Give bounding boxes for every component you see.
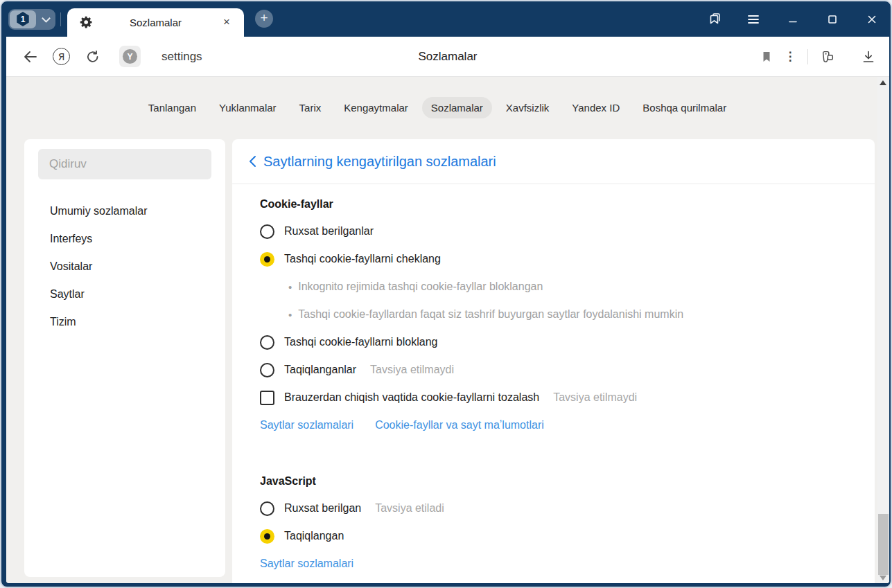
maximize-icon[interactable] <box>825 12 840 27</box>
option-label: Taqiqlanganlar <box>284 364 356 376</box>
option-label: Tashqi cookie-fayllarni bloklang <box>284 336 437 348</box>
scroll-up-icon[interactable] <box>880 80 886 85</box>
radio-icon[interactable] <box>260 501 274 516</box>
scroll-down-icon[interactable] <box>880 576 886 580</box>
radio-icon[interactable] <box>260 224 274 239</box>
link-cookie-fayllar-va-sayt-ma-lumotlari[interactable]: Cookie-fayllar va sayt maʼlumotlari <box>375 419 544 431</box>
checkbox-icon[interactable] <box>260 391 274 405</box>
sidebar-list: Umumiy sozlamalarInterfeysVositalarSaytl… <box>38 197 211 336</box>
radio-tashqi-cookie-fayllarni-cheklang[interactable]: Tashqi cookie-fayllarni cheklang <box>260 245 847 273</box>
main-header[interactable]: Saytlarning kengaytirilgan sozlamalari <box>232 139 875 184</box>
section-title-cookie-fayllar: Cookie-fayllar <box>260 191 847 217</box>
sidebar-item-tizim[interactable]: Tizim <box>38 308 211 336</box>
settings-page: TanlanganYuklanmalarTarixKengaytmalarSoz… <box>6 77 889 583</box>
main-content: Cookie-fayllarRuxsat berilganlarTashqi c… <box>232 184 875 578</box>
bullet-text: Tashqi cookie-fayllardan faqat siz tashr… <box>298 308 683 321</box>
checkbox-brauzerdan-chiqish-vaqtida-cookie-fayllarni-tozalash[interactable]: Brauzerdan chiqish vaqtida cookie-faylla… <box>260 384 847 411</box>
nav-tab-kengaytmalar[interactable]: Kengaytmalar <box>335 97 417 118</box>
radio-selected-icon[interactable] <box>260 252 274 267</box>
sidebar-item-vositalar[interactable]: Vositalar <box>38 253 211 280</box>
nav-tab-xavfsizlik[interactable]: Xavfsizlik <box>497 97 559 118</box>
tab-title: Sozlamalar <box>67 17 244 28</box>
settings-main-panel: Saytlarning kengaytirilgan sozlamalari C… <box>232 139 875 583</box>
tab-sozlamalar[interactable]: Sozlamalar × <box>67 8 244 37</box>
bullet-icon: • <box>288 309 292 321</box>
nav-tab-tarix[interactable]: Tarix <box>290 97 331 118</box>
bullet-note: •Inkognito rejimida tashqi cookie-faylla… <box>260 273 847 301</box>
nav-tab-sozlamalar[interactable]: Sozlamalar <box>422 97 492 118</box>
link-saytlar-sozlamalari[interactable]: Saytlar sozlamalari <box>260 558 353 570</box>
radio-ruxsat-berilgan[interactable]: Ruxsat berilganTavsiya etiladi <box>260 495 847 522</box>
panels-icon[interactable] <box>706 12 722 27</box>
radio-icon[interactable] <box>260 335 274 350</box>
bullet-text: Inkognito rejimida tashqi cookie-fayllar… <box>298 280 543 293</box>
window-frame: 1 Sozlamalar × + <box>0 0 892 588</box>
option-hint: Tavsiya etilmaydi <box>370 364 454 376</box>
toolbar: Я Y settings Sozlamalar <box>6 37 889 77</box>
sidebar-item-saytlar[interactable]: Saytlar <box>38 280 211 308</box>
scrollbar-thumb[interactable] <box>878 514 889 575</box>
titlebar: 1 Sozlamalar × + <box>1 1 891 37</box>
chrome-body: Я Y settings Sozlamalar <box>6 37 889 583</box>
nav-tab-tanlangan[interactable]: Tanlangan <box>139 97 205 118</box>
radio-tashqi-cookie-fayllarni-bloklang[interactable]: Tashqi cookie-fayllarni bloklang <box>260 328 847 356</box>
yandex-logo-icon[interactable]: Я <box>53 48 70 65</box>
nav-tab-yandex-id[interactable]: Yandex ID <box>563 97 629 118</box>
link-saytlar-sozlamalari[interactable]: Saytlar sozlamalari <box>260 419 353 431</box>
refresh-icon[interactable] <box>85 48 101 65</box>
nav-tab-boshqa-qurilmalar[interactable]: Boshqa qurilmalar <box>633 97 735 118</box>
address-url[interactable]: settings <box>161 50 202 64</box>
section-title-javascript: JavaScript <box>260 468 847 495</box>
new-tab-button[interactable]: + <box>255 10 273 28</box>
kebab-menu-icon[interactable]: ⋮ <box>782 48 798 65</box>
browser-window: 1 Sozlamalar × + <box>0 0 892 588</box>
section-links: Saytlar sozlamalari <box>260 550 847 578</box>
settings-nav-tabs: TanlanganYuklanmalarTarixKengaytmalarSoz… <box>6 77 889 138</box>
download-icon[interactable] <box>860 48 877 65</box>
sidebar-item-umumiy-sozlamalar[interactable]: Umumiy sozlamalar <box>38 197 211 225</box>
option-label: Ruxsat berilganlar <box>284 225 374 238</box>
option-label: Brauzerdan chiqish vaqtida cookie-faylla… <box>284 391 539 404</box>
scrollbar[interactable] <box>877 77 889 583</box>
option-hint: Tavsiya etilmaydi <box>553 391 637 404</box>
search-input[interactable] <box>38 149 211 179</box>
toolbar-separator <box>807 49 808 64</box>
tab-close-icon[interactable]: × <box>219 15 234 30</box>
settings-sidebar: Umumiy sozlamalarInterfeysVositalarSaytl… <box>24 139 225 577</box>
nav-tab-yuklanmalar[interactable]: Yuklanmalar <box>210 97 286 118</box>
close-icon[interactable] <box>864 12 880 27</box>
option-hint: Tavsiya etiladi <box>375 502 444 515</box>
back-chevron-icon <box>249 155 256 168</box>
section-links: Saytlar sozlamalariCookie-fayllar va say… <box>260 411 847 439</box>
radio-taqiqlangan[interactable]: Taqiqlangan <box>260 522 847 550</box>
collections-icon[interactable] <box>819 48 835 65</box>
option-label: Taqiqlangan <box>284 530 344 542</box>
radio-taqiqlanganlar[interactable]: TaqiqlanganlarTavsiya etilmaydi <box>260 356 847 384</box>
tab-counter-button[interactable]: 1 <box>8 9 55 30</box>
radio-icon[interactable] <box>260 363 274 377</box>
back-icon[interactable] <box>21 48 38 65</box>
sidebar-item-interfeys[interactable]: Interfeys <box>38 225 211 253</box>
bullet-note: •Tashqi cookie-fayllardan faqat siz tash… <box>260 301 847 328</box>
titlebar-separator <box>60 12 61 26</box>
bookmark-icon[interactable] <box>758 48 775 65</box>
radio-ruxsat-berilganlar[interactable]: Ruxsat berilganlar <box>260 217 847 245</box>
minimize-icon[interactable] <box>785 12 801 27</box>
main-heading: Saytlarning kengaytirilgan sozlamalari <box>263 154 496 170</box>
option-label: Tashqi cookie-fayllarni cheklang <box>284 253 441 265</box>
bullet-icon: • <box>288 281 292 293</box>
option-label: Ruxsat berilgan <box>284 502 361 515</box>
tab-counter-badge: 1 <box>10 10 36 28</box>
radio-selected-icon[interactable] <box>260 529 274 544</box>
tab-count: 1 <box>17 12 30 26</box>
chevron-down-icon[interactable] <box>36 17 55 21</box>
protect-badge-icon[interactable]: Y <box>119 46 141 67</box>
menu-icon[interactable] <box>746 12 761 27</box>
